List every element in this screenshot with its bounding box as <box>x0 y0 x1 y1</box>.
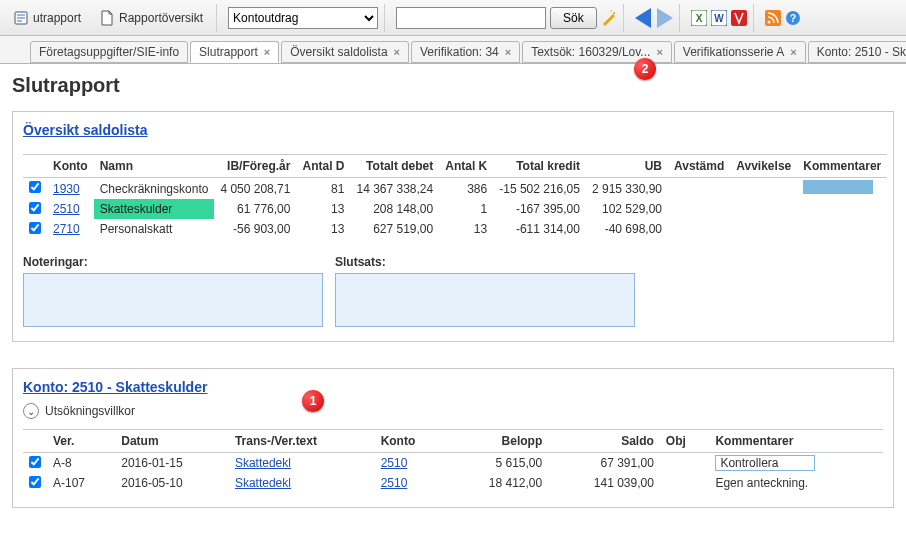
belopp-cell: 18 412,00 <box>447 473 548 493</box>
excel-icon[interactable]: X <box>691 10 707 26</box>
tab[interactable]: Översikt saldolista× <box>281 41 409 63</box>
konto-link[interactable]: 1930 <box>53 182 80 196</box>
table-header: Antal K <box>439 155 493 178</box>
vertext-link[interactable]: Skattedekl <box>235 456 291 470</box>
kommentar-input[interactable]: Kontrollera <box>715 455 815 471</box>
row-checkbox[interactable] <box>29 181 41 193</box>
num-cell: 13 <box>439 219 493 239</box>
table-header: Antal D <box>296 155 350 178</box>
report-type-select[interactable]: Kontoutdrag <box>228 7 378 29</box>
close-icon[interactable]: × <box>264 46 270 58</box>
close-icon[interactable]: × <box>656 46 662 58</box>
close-icon[interactable]: × <box>394 46 400 58</box>
table-header: Kommentarer <box>709 430 883 453</box>
num-cell: 13 <box>296 199 350 219</box>
table-header: Saldo <box>548 430 660 453</box>
saldo-cell: 67 391,00 <box>548 453 660 474</box>
word-icon[interactable]: W <box>711 10 727 26</box>
top-toolbar: utrapport Rapportöversikt Kontoutdrag Sö… <box>0 0 906 36</box>
table-header: Avvikelse <box>730 155 797 178</box>
report-overview-button[interactable]: Rapportöversikt <box>92 7 210 29</box>
rss-icon[interactable] <box>765 10 781 26</box>
help-icon[interactable]: ? <box>785 10 801 26</box>
table-header: UB <box>586 155 668 178</box>
tab-label: Verifikation: 34 <box>420 45 499 59</box>
table-row: A-82016-01-15Skattedekl25105 615,0067 39… <box>23 453 883 474</box>
row-checkbox[interactable] <box>29 456 41 468</box>
tab[interactable]: Konto: 2510 - Skatt.. <box>808 41 906 63</box>
kommentar-cell[interactable] <box>797 199 887 219</box>
doc-icon <box>99 10 115 26</box>
page-title: Slutrapport <box>12 74 894 97</box>
num-cell: -15 502 216,05 <box>493 178 586 200</box>
vertext-link[interactable]: Skattedekl <box>235 476 291 490</box>
tab-label: Konto: 2510 - Skatt.. <box>817 45 906 59</box>
svg-point-1 <box>613 12 615 14</box>
saldolista-panel: Översikt saldolista KontoNamnIB/Föreg.år… <box>12 111 894 342</box>
slutsats-box[interactable] <box>335 273 635 327</box>
num-cell: 1 <box>439 199 493 219</box>
tab-label: Verifikationsserie A <box>683 45 784 59</box>
table-header: Belopp <box>447 430 548 453</box>
namn-cell: Skatteskulder <box>94 199 215 219</box>
num-cell: -40 698,00 <box>586 219 668 239</box>
belopp-cell: 5 615,00 <box>447 453 548 474</box>
table-row: 1930Checkräkningskonto4 050 208,718114 3… <box>23 178 887 200</box>
tab-label: Textsök: 160329/Lov... <box>531 45 650 59</box>
num-cell: -56 903,00 <box>214 219 296 239</box>
pdf-icon[interactable] <box>731 10 747 26</box>
konto-link[interactable]: 2510 <box>381 476 408 490</box>
num-cell: 61 776,00 <box>214 199 296 219</box>
num-cell: -611 314,00 <box>493 219 586 239</box>
konto-link[interactable]: 2710 <box>53 222 80 236</box>
svg-point-9 <box>767 20 770 23</box>
num-cell: 386 <box>439 178 493 200</box>
prev-arrow-icon[interactable] <box>635 8 651 28</box>
report-overview-label: Rapportöversikt <box>119 11 203 25</box>
tab[interactable]: Verifikationsserie A× <box>674 41 806 63</box>
svg-text:X: X <box>695 13 702 24</box>
table-header: Konto <box>375 430 447 453</box>
search-button[interactable]: Sök <box>550 7 597 29</box>
table-header: Avstämd <box>668 155 730 178</box>
tab-label: Översikt saldolista <box>290 45 387 59</box>
wand-icon[interactable] <box>601 10 617 26</box>
konto-link[interactable]: 2510 <box>53 202 80 216</box>
row-checkbox[interactable] <box>29 222 41 234</box>
row-checkbox[interactable] <box>29 202 41 214</box>
account-title-link[interactable]: Konto: 2510 - Skatteskulder <box>23 379 207 395</box>
report-button-label: utrapport <box>33 11 81 25</box>
chevron-down-icon[interactable]: ⌄ <box>23 403 39 419</box>
saldolista-title-link[interactable]: Översikt saldolista <box>23 122 148 138</box>
svg-text:?: ? <box>790 13 796 24</box>
table-row: 2710Personalskatt-56 903,0013627 519,001… <box>23 219 887 239</box>
account-table: Ver.DatumTrans-/Ver.textKontoBeloppSaldo… <box>23 429 883 493</box>
close-icon[interactable]: × <box>790 46 796 58</box>
kommentar-cell[interactable]: Egen anteckning. <box>709 473 883 493</box>
table-header: Konto <box>47 155 94 178</box>
svg-rect-8 <box>765 10 781 26</box>
row-checkbox[interactable] <box>29 476 41 488</box>
tab[interactable]: Verifikation: 34× <box>411 41 520 63</box>
num-cell: 81 <box>296 178 350 200</box>
table-header: Datum <box>115 430 229 453</box>
num-cell: 14 367 338,24 <box>350 178 439 200</box>
close-icon[interactable]: × <box>505 46 511 58</box>
account-panel: Konto: 2510 - Skatteskulder ⌄ Utsöknings… <box>12 368 894 508</box>
kommentar-cell[interactable] <box>797 178 887 200</box>
noteringar-box[interactable] <box>23 273 323 327</box>
svg-text:W: W <box>714 13 724 24</box>
tab[interactable]: Företagsuppgifter/SIE-info <box>30 41 188 63</box>
noteringar-label: Noteringar: <box>23 255 323 269</box>
tab[interactable]: Slutrapport× <box>190 41 279 63</box>
table-row: 2510Skatteskulder61 776,0013208 148,001-… <box>23 199 887 219</box>
report-icon <box>13 10 29 26</box>
report-button[interactable]: utrapport <box>6 7 88 29</box>
konto-link[interactable]: 2510 <box>381 456 408 470</box>
num-cell: 208 148,00 <box>350 199 439 219</box>
callout-badge-1: 1 <box>302 390 324 412</box>
kommentar-cell[interactable] <box>797 219 887 239</box>
num-cell: 4 050 208,71 <box>214 178 296 200</box>
next-arrow-icon[interactable] <box>657 8 673 28</box>
search-input[interactable] <box>396 7 546 29</box>
